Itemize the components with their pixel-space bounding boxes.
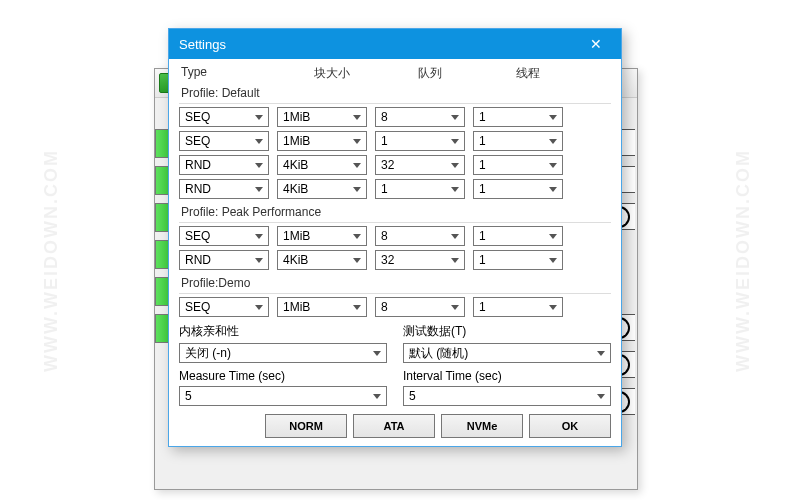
default-type-combo[interactable]: SEQ bbox=[179, 107, 269, 127]
default-block-combo[interactable]: 4KiB bbox=[277, 179, 367, 199]
peak-type-combo[interactable]: RND bbox=[179, 250, 269, 270]
profile-row: SEQ1MiB81 bbox=[179, 107, 611, 127]
combo-value: 1MiB bbox=[283, 300, 310, 314]
profile-row: SEQ1MiB11 bbox=[179, 131, 611, 151]
peak-type-combo[interactable]: SEQ bbox=[179, 226, 269, 246]
combo-value: SEQ bbox=[185, 229, 210, 243]
peak-block-combo[interactable]: 4KiB bbox=[277, 250, 367, 270]
combo-value: RND bbox=[185, 158, 211, 172]
default-queue-combo[interactable]: 8 bbox=[375, 107, 465, 127]
combo-value: 1 bbox=[381, 182, 388, 196]
combo-value: RND bbox=[185, 182, 211, 196]
default-block-combo[interactable]: 4KiB bbox=[277, 155, 367, 175]
combo-value: 1 bbox=[479, 182, 486, 196]
ok-button[interactable]: OK bbox=[529, 414, 611, 438]
interval-label: Interval Time (sec) bbox=[403, 367, 611, 386]
affinity-label: 内核亲和性 bbox=[179, 321, 387, 343]
measure-combo[interactable]: 5 bbox=[179, 386, 387, 406]
default-block-combo[interactable]: 1MiB bbox=[277, 131, 367, 151]
profile-row: RND4KiB11 bbox=[179, 179, 611, 199]
combo-value: 1 bbox=[479, 110, 486, 124]
header-block: 块大小 bbox=[283, 65, 381, 82]
combo-value: 8 bbox=[381, 110, 388, 124]
peak-queue-combo[interactable]: 32 bbox=[375, 250, 465, 270]
demo-block-combo[interactable]: 1MiB bbox=[277, 297, 367, 317]
default-threads-combo[interactable]: 1 bbox=[473, 155, 563, 175]
button-row: NORM ATA NVMe OK bbox=[179, 414, 611, 438]
default-block-combo[interactable]: 1MiB bbox=[277, 107, 367, 127]
default-threads-combo[interactable]: 1 bbox=[473, 179, 563, 199]
combo-value: 1MiB bbox=[283, 134, 310, 148]
combo-value: 1 bbox=[479, 134, 486, 148]
titlebar[interactable]: Settings ✕ bbox=[169, 29, 621, 59]
combo-value: SEQ bbox=[185, 134, 210, 148]
combo-value: 关闭 (-n) bbox=[185, 345, 231, 362]
profile-row: RND4KiB321 bbox=[179, 250, 611, 270]
default-type-combo[interactable]: SEQ bbox=[179, 131, 269, 151]
watermark-right: WWW.WEIDOWN.COM bbox=[733, 149, 754, 372]
combo-value: 8 bbox=[381, 229, 388, 243]
combo-value: 8 bbox=[381, 300, 388, 314]
combo-value: 1 bbox=[479, 253, 486, 267]
combo-value: 1 bbox=[479, 158, 486, 172]
default-queue-combo[interactable]: 1 bbox=[375, 179, 465, 199]
default-threads-combo[interactable]: 1 bbox=[473, 107, 563, 127]
combo-value: 4KiB bbox=[283, 182, 308, 196]
profile-default-label: Profile: Default bbox=[179, 84, 611, 104]
dialog-title: Settings bbox=[179, 37, 581, 52]
combo-value: 1MiB bbox=[283, 229, 310, 243]
peak-threads-combo[interactable]: 1 bbox=[473, 250, 563, 270]
combo-value: RND bbox=[185, 253, 211, 267]
close-icon: ✕ bbox=[590, 36, 602, 52]
combo-value: 32 bbox=[381, 158, 394, 172]
combo-value: 默认 (随机) bbox=[409, 345, 468, 362]
combo-value: 1 bbox=[479, 300, 486, 314]
combo-value: 5 bbox=[409, 389, 416, 403]
close-button[interactable]: ✕ bbox=[581, 29, 611, 59]
default-type-combo[interactable]: RND bbox=[179, 155, 269, 175]
combo-value: 4KiB bbox=[283, 253, 308, 267]
combo-value: 4KiB bbox=[283, 158, 308, 172]
combo-value: SEQ bbox=[185, 110, 210, 124]
combo-value: 32 bbox=[381, 253, 394, 267]
interval-combo[interactable]: 5 bbox=[403, 386, 611, 406]
profile-row: SEQ1MiB81 bbox=[179, 297, 611, 317]
combo-value: 5 bbox=[185, 389, 192, 403]
default-queue-combo[interactable]: 1 bbox=[375, 131, 465, 151]
peak-queue-combo[interactable]: 8 bbox=[375, 226, 465, 246]
watermark-left: WWW.WEIDOWN.COM bbox=[41, 149, 62, 372]
peak-block-combo[interactable]: 1MiB bbox=[277, 226, 367, 246]
default-threads-combo[interactable]: 1 bbox=[473, 131, 563, 151]
combo-value: 1 bbox=[381, 134, 388, 148]
peak-threads-combo[interactable]: 1 bbox=[473, 226, 563, 246]
combo-value: 1 bbox=[479, 229, 486, 243]
combo-value: 1MiB bbox=[283, 110, 310, 124]
default-queue-combo[interactable]: 32 bbox=[375, 155, 465, 175]
profile-demo-label: Profile:Demo bbox=[179, 274, 611, 294]
settings-dialog: Settings ✕ Type 块大小 队列 线程 Profile: Defau… bbox=[168, 28, 622, 447]
nvme-button[interactable]: NVMe bbox=[441, 414, 523, 438]
profile-peak-label: Profile: Peak Performance bbox=[179, 203, 611, 223]
header-queue: 队列 bbox=[381, 65, 479, 82]
demo-threads-combo[interactable]: 1 bbox=[473, 297, 563, 317]
profile-row: SEQ1MiB81 bbox=[179, 226, 611, 246]
norm-button[interactable]: NORM bbox=[265, 414, 347, 438]
testdata-label: 测试数据(T) bbox=[403, 321, 611, 343]
demo-queue-combo[interactable]: 8 bbox=[375, 297, 465, 317]
profile-row: RND4KiB321 bbox=[179, 155, 611, 175]
header-threads: 线程 bbox=[479, 65, 577, 82]
measure-label: Measure Time (sec) bbox=[179, 367, 387, 386]
combo-value: SEQ bbox=[185, 300, 210, 314]
ata-button[interactable]: ATA bbox=[353, 414, 435, 438]
affinity-combo[interactable]: 关闭 (-n) bbox=[179, 343, 387, 363]
demo-type-combo[interactable]: SEQ bbox=[179, 297, 269, 317]
column-headers: Type 块大小 队列 线程 bbox=[179, 65, 611, 82]
default-type-combo[interactable]: RND bbox=[179, 179, 269, 199]
testdata-combo[interactable]: 默认 (随机) bbox=[403, 343, 611, 363]
header-type: Type bbox=[179, 65, 283, 82]
